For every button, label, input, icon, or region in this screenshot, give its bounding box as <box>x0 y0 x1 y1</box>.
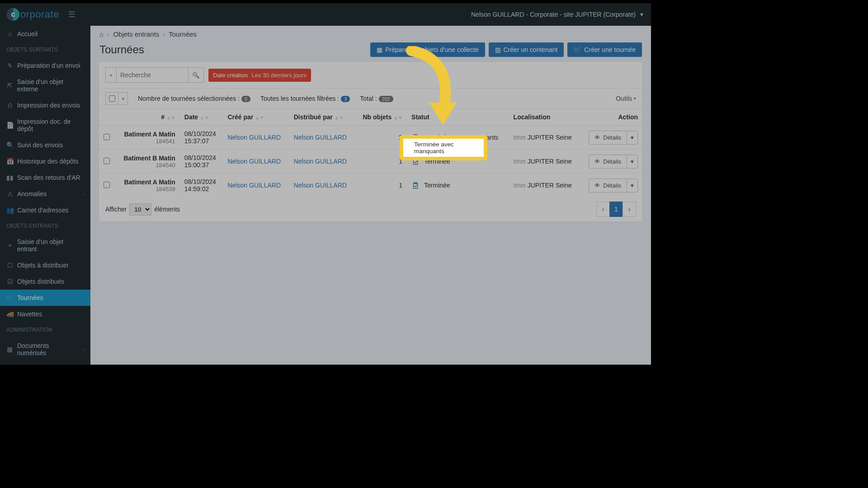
details-button[interactable]: 👁 Détails <box>589 178 627 192</box>
col-status[interactable]: Statut <box>407 109 509 126</box>
sidebar: ⌂Accueil OBJETS SORTANTS ✎Préparation d'… <box>0 26 90 365</box>
breadcrumb-item[interactable]: Tournées <box>169 30 197 38</box>
row-id: 184540 <box>120 162 175 169</box>
col-date[interactable]: Date▲▼ <box>180 109 223 126</box>
distributed-by-link[interactable]: Nelson GUILLARD <box>294 182 347 189</box>
row-time: 15:37:07 <box>184 137 219 145</box>
sidebar-item-a-distribuer[interactable]: ☐Objets à distribuer <box>0 257 90 273</box>
sidebar-item-label: Suivi des envois <box>17 141 63 149</box>
grid-icon: ▦ <box>377 46 382 53</box>
col-dist[interactable]: Distribué par▲▼ <box>289 109 355 126</box>
sidebar-item-scan[interactable]: ▮▮Scan des retours d'AR <box>0 169 90 186</box>
details-button[interactable]: 👁 Détails <box>589 131 627 145</box>
col-created[interactable]: Créé par▲▼ <box>223 109 289 126</box>
select-all-menu[interactable]: ▾ <box>118 92 128 105</box>
row-actions-menu[interactable]: ▾ <box>627 178 638 192</box>
breadcrumb-item[interactable]: Objets entrants <box>113 30 159 38</box>
tools-dropdown[interactable]: Outils ▾ <box>616 95 636 102</box>
filter-dropdown[interactable]: ▾ <box>105 67 116 83</box>
filter-chip-date[interactable]: Date création Les 30 derniers jours <box>208 69 311 82</box>
sidebar-item-impression-envois[interactable]: ⎙Impression des envois <box>0 97 90 113</box>
qr-icon: ▦ <box>6 346 14 353</box>
search-button[interactable]: 🔍 <box>189 67 204 83</box>
distributed-by-link[interactable]: Nelson GUILLARD <box>294 134 347 141</box>
external-icon: ⇱ <box>6 82 14 89</box>
contacts-icon: 👥 <box>6 206 14 214</box>
sidebar-item-carnet[interactable]: 👥Carnet d'adresses <box>0 202 90 218</box>
sidebar-item-historique[interactable]: 📅Historique des dépôts <box>0 153 90 169</box>
truck-icon: 🚚 <box>6 310 14 318</box>
home-icon[interactable]: ⌂ <box>99 30 104 38</box>
breadcrumb: ⌂ › Objets entrants › Tournées <box>90 26 651 42</box>
page-prev[interactable]: ‹ <box>596 202 610 217</box>
chip-value: Les 30 derniers jours <box>251 72 306 79</box>
sidebar-item-saisie-externe[interactable]: ⇱Saisie d'un objet externe <box>0 74 90 97</box>
calendar-icon: 📅 <box>6 158 14 165</box>
sort-icon: ▲▼ <box>200 117 209 119</box>
row-actions-menu[interactable]: ▾ <box>627 155 638 169</box>
prepare-collect-button[interactable]: ▦Préparer les objets d'une collecte <box>370 42 485 57</box>
row-name: Batiment A Matin <box>120 131 175 138</box>
sort-icon: ▲▼ <box>255 117 264 119</box>
sidebar-item-preparation[interactable]: ✎Préparation d'un envoi <box>0 57 90 74</box>
sort-icon: ▲▼ <box>393 117 402 119</box>
status-text: Terminée <box>424 182 450 189</box>
page-size-select[interactable]: 10 <box>129 203 151 216</box>
sidebar-item-exports[interactable]: ⭳Exports <box>0 361 90 365</box>
row-id: 184539 <box>120 186 175 192</box>
file-icon: 📄 <box>6 122 14 129</box>
menu-toggle-icon[interactable]: ☰ <box>68 9 75 19</box>
chip-label: Date création <box>213 72 248 79</box>
row-name: Batiment A Matin <box>120 178 175 186</box>
distributed-by-link[interactable]: Nelson GUILLARD <box>294 158 347 165</box>
row-checkbox[interactable] <box>104 182 110 188</box>
filters-row: ▾ 🔍 Date création Les 30 derniers jours <box>99 62 642 88</box>
sidebar-item-anomalies[interactable]: ⚠Anomalies‹ <box>0 186 90 202</box>
row-checkbox[interactable] <box>104 134 110 140</box>
sidebar-item-impression-depot[interactable]: 📄Impression doc. de dépôt <box>0 113 90 137</box>
sort-icon: ▲▼ <box>166 117 175 119</box>
sidebar-item-label: Impression doc. de dépôt <box>17 118 84 132</box>
sidebar-item-tournees[interactable]: 🛒Tournées <box>0 290 90 306</box>
brand-logo: c orporate <box>7 8 59 21</box>
box-icon: ▥ <box>495 46 501 53</box>
sidebar-item-saisie-entrant[interactable]: ＋Saisie d'un objet entrant <box>0 234 90 257</box>
page-next[interactable]: › <box>623 202 636 217</box>
sidebar-item-documents[interactable]: ▦Documents numérisés‹ <box>0 338 90 361</box>
caret-down-icon: ▾ <box>634 96 636 101</box>
col-action: Action <box>580 109 642 126</box>
created-by-link[interactable]: Nelson GUILLARD <box>228 134 281 141</box>
row-nb: 2 <box>355 126 407 150</box>
tournees-panel: ▾ 🔍 Date création Les 30 derniers jours … <box>99 61 643 222</box>
row-time: 14:59:02 <box>184 185 219 192</box>
search-input[interactable] <box>116 67 189 83</box>
col-loc[interactable]: Localisation <box>509 109 581 126</box>
created-by-link[interactable]: Nelson GUILLARD <box>228 158 281 165</box>
row-id: 184541 <box>120 138 175 145</box>
sidebar-item-label: Carnet d'adresses <box>17 206 68 214</box>
details-button[interactable]: 👁 Détails <box>589 155 627 169</box>
total-count-label: Total : 202 <box>360 95 393 102</box>
sidebar-item-label: Saisie d'un objet externe <box>17 78 84 93</box>
sidebar-item-label: Préparation d'un envoi <box>17 62 80 69</box>
sidebar-item-distribues[interactable]: ☑Objets distribués <box>0 273 90 290</box>
select-all-checkbox[interactable] <box>105 92 118 105</box>
sidebar-item-accueil[interactable]: ⌂Accueil <box>0 26 90 42</box>
sidebar-item-label: Objets distribués <box>17 278 64 285</box>
create-container-button[interactable]: ▥Créer un contenant <box>489 42 564 57</box>
row-checkbox[interactable] <box>104 158 110 164</box>
row-actions-menu[interactable]: ▾ <box>627 131 638 145</box>
page-1[interactable]: 1 <box>609 202 623 217</box>
sidebar-item-label: Navettes <box>17 310 42 318</box>
top-header: c orporate ☰ Nelson GUILLARD - Corporate… <box>0 3 651 26</box>
create-tour-button[interactable]: 🛒Créer une tournée <box>567 42 642 57</box>
user-menu[interactable]: Nelson GUILLARD - Corporate - site JUPIT… <box>471 11 644 18</box>
col-id[interactable]: #▲▼ <box>115 109 180 126</box>
loc-name: JUPITER Seine <box>528 182 572 189</box>
pencil-icon: ✎ <box>6 62 14 69</box>
sidebar-item-suivi[interactable]: 🔍Suivi des envois <box>0 137 90 153</box>
col-nb[interactable]: Nb objets▲▼ <box>355 109 407 126</box>
warning-icon: ⚠ <box>6 190 14 197</box>
created-by-link[interactable]: Nelson GUILLARD <box>228 182 281 189</box>
sidebar-item-navettes[interactable]: 🚚Navettes <box>0 306 90 322</box>
